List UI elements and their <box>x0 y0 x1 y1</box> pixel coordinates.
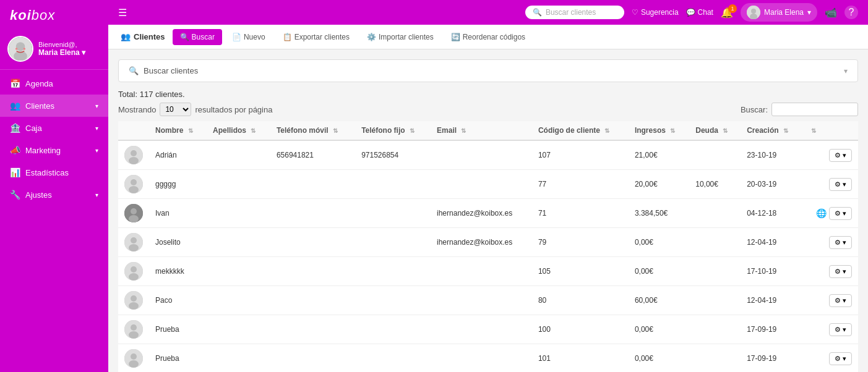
search-table-input[interactable] <box>771 103 858 116</box>
sugerencia-label: Sugerencia <box>641 8 679 17</box>
sidebar-item-label: Estadísticas <box>25 168 69 177</box>
reordenar-button[interactable]: 🔄 Reordenar códigos <box>444 29 533 45</box>
row-telefono_movil <box>270 228 355 257</box>
table-row: Prueba1000,00€17-09-19⚙ ▾ <box>118 315 858 344</box>
row-apellidos <box>207 170 270 199</box>
sidebar-username: Maria Elena ▾ <box>38 48 85 57</box>
sidebar-user-section[interactable]: Bienvenid@, Maria Elena ▾ <box>0 31 108 70</box>
row-ingresos: 60,00€ <box>629 286 689 315</box>
th-apellidos[interactable]: Apellidos ⇅ <box>207 121 270 140</box>
svg-point-27 <box>131 324 137 331</box>
svg-point-13 <box>129 186 139 193</box>
chat-link[interactable]: 💬 Chat <box>686 8 713 17</box>
th-creacion[interactable]: Creación ⇅ <box>741 121 802 140</box>
hamburger-icon[interactable]: ☰ <box>118 7 127 19</box>
row-nombre: Adrián <box>149 140 207 170</box>
dropdown-arrow: ▾ <box>843 297 846 305</box>
sidebar-item-estadisticas[interactable]: 📊 Estadísticas <box>0 161 108 184</box>
svg-point-15 <box>131 208 137 214</box>
nuevo-button[interactable]: 📄 Nuevo <box>225 29 273 45</box>
top-search-bar[interactable]: 🔍 Buscar clientes <box>525 6 624 19</box>
row-ingresos: 3.384,50€ <box>629 199 689 228</box>
search-section-label: Buscar clientes <box>144 66 198 75</box>
row-creacion: 04-12-18 <box>741 199 802 228</box>
file-icon: 📄 <box>232 33 241 41</box>
th-telefono-movil[interactable]: Teléfono móvil ⇅ <box>270 121 355 140</box>
search-icon: 🔍 <box>180 33 189 41</box>
table-row: Ivanihernandez@koibox.es713.384,50€04-12… <box>118 199 858 228</box>
th-ingresos[interactable]: Ingresos ⇅ <box>629 121 689 140</box>
row-action-button[interactable]: ⚙ ▾ <box>829 352 852 365</box>
chevron-down-icon[interactable]: ▾ <box>844 67 848 75</box>
row-telefono_fijo <box>355 228 431 257</box>
table-row: Prueba1010,00€17-09-19⚙ ▾ <box>118 344 858 373</box>
row-avatar-cell <box>118 199 149 228</box>
svg-point-4 <box>24 48 26 50</box>
row-email <box>431 344 532 373</box>
search-table-label: Buscar: <box>741 105 768 114</box>
row-deuda <box>689 344 741 373</box>
user-menu-button[interactable]: Maria Elena ▾ <box>741 3 817 22</box>
row-deuda <box>689 228 741 257</box>
svg-point-21 <box>131 266 137 273</box>
importar-button[interactable]: ⚙️ Importar clientes <box>359 29 441 45</box>
export-icon: 📋 <box>283 33 292 41</box>
sidebar-item-caja[interactable]: 🏦 Caja ▾ <box>0 117 108 139</box>
row-deuda <box>689 140 741 170</box>
settings-icon: ⚙ <box>835 355 841 363</box>
row-action-button[interactable]: ⚙ ▾ <box>829 323 852 336</box>
estadisticas-icon: 📊 <box>10 167 20 177</box>
notifications-bell[interactable]: 🔔 1 <box>721 7 733 19</box>
svg-point-25 <box>129 302 139 310</box>
row-telefono_fijo <box>355 315 431 344</box>
row-action-button[interactable]: ⚙ ▾ <box>829 294 852 307</box>
row-action-button[interactable]: ⚙ ▾ <box>829 236 852 249</box>
video-icon[interactable]: 📹 <box>825 7 837 19</box>
th-actions[interactable]: ⇅ <box>802 121 858 140</box>
search-section: 🔍 Buscar clientes ▾ <box>118 59 858 82</box>
dropdown-arrow: ▾ <box>843 209 846 218</box>
th-codigo-cliente[interactable]: Código de cliente ⇅ <box>532 121 629 140</box>
topbar-right: 🔍 Buscar clientes ♡ Sugerencia 💬 Chat 🔔 … <box>525 3 858 22</box>
help-icon[interactable]: ? <box>844 6 858 19</box>
row-ingresos: 0,00€ <box>629 228 689 257</box>
th-telefono-fijo[interactable]: Teléfono fijo ⇅ <box>355 121 431 140</box>
row-action-button[interactable]: ⚙ ▾ <box>829 149 852 162</box>
row-creacion: 17-10-19 <box>741 257 802 286</box>
row-creacion: 23-10-19 <box>741 140 802 170</box>
th-email[interactable]: Email ⇅ <box>431 121 532 140</box>
row-action-button[interactable]: ⚙ ▾ <box>829 207 852 220</box>
buscar-button[interactable]: 🔍 Buscar <box>173 29 222 45</box>
sugerencia-link[interactable]: ♡ Sugerencia <box>632 8 679 17</box>
th-nombre[interactable]: Nombre ⇅ <box>149 121 207 140</box>
row-codigo_cliente: 105 <box>532 257 629 286</box>
th-avatar <box>118 121 149 140</box>
chevron-down-icon: ▾ <box>95 103 98 109</box>
row-avatar-cell <box>118 286 149 315</box>
row-action-button[interactable]: ⚙ ▾ <box>829 178 852 191</box>
settings-icon: ⚙ <box>835 326 841 334</box>
avatar <box>124 291 143 310</box>
per-page-select[interactable]: 10 25 50 100 <box>160 103 191 116</box>
table-row: Paco8060,00€12-04-19⚙ ▾ <box>118 286 858 315</box>
row-apellidos <box>207 228 270 257</box>
sidebar-item-label: Clientes <box>25 101 54 111</box>
row-apellidos <box>207 140 270 170</box>
svg-point-6 <box>751 9 756 14</box>
row-codigo_cliente: 107 <box>532 140 629 170</box>
sidebar-item-agenda[interactable]: 📅 Agenda <box>0 72 108 95</box>
exportar-button[interactable]: 📋 Exportar clientes <box>275 29 357 45</box>
row-telefono_movil: 656941821 <box>270 140 355 170</box>
sidebar-item-ajustes[interactable]: 🔧 Ajustes ▾ <box>0 184 108 206</box>
avatar <box>124 349 143 368</box>
sidebar-item-marketing[interactable]: 📣 Marketing ▾ <box>0 139 108 161</box>
globe-icon[interactable]: 🌐 <box>816 208 827 218</box>
row-apellidos <box>207 257 270 286</box>
row-creacion: 12-04-19 <box>741 286 802 315</box>
sidebar-item-clientes[interactable]: 👥 Clientes ▾ <box>0 95 108 117</box>
row-email <box>431 170 532 199</box>
row-actions-cell: ⚙ ▾ <box>802 315 858 344</box>
th-deuda[interactable]: Deuda ⇅ <box>689 121 741 140</box>
row-action-button[interactable]: ⚙ ▾ <box>829 265 852 278</box>
search-section-inner: 🔍 Buscar clientes <box>129 66 198 75</box>
